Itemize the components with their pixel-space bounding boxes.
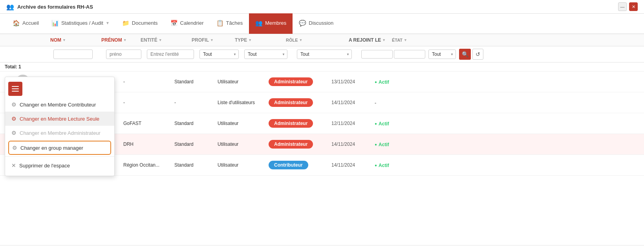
status-badge: Actif [375, 163, 389, 168]
top-bar: 👥 Archive des formulaires RH-AS — ✕ [0, 0, 644, 14]
context-menu-item-supprimer[interactable]: ✕ Supprimer de l'espace [5, 158, 114, 173]
filter-profil-select[interactable]: Tout Standard [199, 50, 239, 59]
col-header-nom[interactable]: NOM ▼ [50, 37, 101, 43]
nav-accueil[interactable]: 🏠 Accueil [6, 13, 45, 34]
context-menu-label: Changer en Membre Administrateur [20, 130, 101, 136]
calendar-icon: 📅 [170, 20, 178, 27]
cell-etat: Actif [375, 141, 414, 147]
sort-profil-icon: ▼ [210, 38, 214, 42]
role-badge: Administrateur [269, 119, 313, 128]
main-content: NOM ▼ PRÉNOM ▼ ENTITÉ ▼ PROFIL ▼ TYPE ▼ … [0, 34, 644, 245]
app-title: Archive des formulaires RH-AS [17, 4, 93, 10]
filter-type-select[interactable]: Tout Utilisateur Liste d'utilisateurs [244, 50, 287, 59]
sort-entite-icon: ▼ [159, 38, 162, 42]
home-icon: 🏠 [13, 20, 20, 27]
context-menu-item-membre-administrateur: ⚙ Changer en Membre Administrateur [5, 126, 114, 140]
sort-type-icon: ▼ [248, 38, 252, 42]
gear-icon: ⚙ [11, 101, 16, 108]
cell-etat: Actif [375, 120, 414, 127]
sort-prenom-icon: ▼ [123, 38, 127, 42]
cell-type: Utilisateur [218, 162, 269, 168]
col-header-profil[interactable]: PROFIL ▼ [192, 37, 235, 43]
cell-role: Administrateur [269, 119, 331, 128]
stats-icon: 📊 [51, 20, 59, 27]
cell-profil: Standard [174, 141, 218, 147]
cell-rejoint: 14/11/2024 [331, 162, 375, 168]
cell-rejoint: 13/11/2024 [331, 79, 375, 84]
col-header-etat[interactable]: ÉTAT ▼ [392, 38, 431, 42]
svg-rect-10 [12, 91, 19, 92]
cell-rejoint: 14/11/2024 [331, 141, 375, 147]
filter-row: Tout Standard Tout Utilisateur Liste d'u… [0, 46, 644, 62]
filter-entite-input[interactable] [147, 50, 194, 59]
gear-icon: ⚙ [11, 130, 16, 136]
col-header-role[interactable]: RÔLE ▼ [286, 38, 349, 42]
context-menu-label: Changer en group manager [20, 145, 83, 151]
hamburger-menu-button[interactable] [8, 82, 22, 96]
close-button[interactable]: ✕ [629, 2, 638, 11]
cell-type: Utilisateur [218, 121, 269, 126]
status-badge: Actif [375, 79, 389, 85]
cell-role: Administrateur [269, 77, 331, 86]
filter-nom-input[interactable] [53, 50, 93, 59]
status-badge: Actif [375, 121, 389, 127]
col-header-type[interactable]: TYPE ▼ [235, 37, 286, 43]
status-badge: Actif [375, 142, 389, 147]
col-header-entite[interactable]: ENTITÉ ▼ [141, 37, 192, 43]
sort-nom-icon: ▼ [62, 38, 66, 42]
context-menu: ⚙ Changer en Membre Contributeur ⚙ Chang… [5, 77, 115, 176]
role-badge: Administrateur [269, 77, 313, 86]
nav-calendrier[interactable]: 📅 Calendrier [164, 13, 210, 34]
minimize-button[interactable]: — [618, 2, 627, 11]
gear-icon: ⚙ [12, 145, 17, 151]
cell-profil: Standard [174, 162, 218, 168]
top-bar-actions: — ✕ [618, 2, 638, 11]
nav-discussion[interactable]: 💬 Discussion [293, 13, 340, 34]
context-menu-label: Changer en Membre Lecture Seule [20, 116, 99, 122]
cell-type: Utilisateur [218, 141, 269, 147]
cell-etat: - [375, 100, 414, 106]
cell-profil: Standard [174, 121, 218, 126]
role-badge: Contributeur [269, 161, 308, 169]
cell-entite: - [123, 79, 174, 84]
search-button[interactable]: 🔍 [459, 49, 471, 60]
total-count: Total: 1 [0, 62, 644, 72]
cell-rejoint: 14/11/2024 [331, 100, 375, 105]
column-headers: NOM ▼ PRÉNOM ▼ ENTITÉ ▼ PROFIL ▼ TYPE ▼ … [0, 34, 644, 46]
cell-entite: Région Occitan... [123, 162, 174, 168]
svg-rect-8 [12, 86, 19, 87]
context-menu-item-membre-lecture-seule[interactable]: ⚙ Changer en Membre Lecture Seule [5, 112, 114, 126]
cell-profil: Standard [174, 79, 218, 84]
cell-type: Liste d'utilisateurs [218, 100, 269, 105]
sort-role-icon: ▼ [299, 38, 303, 42]
x-icon: ✕ [11, 162, 16, 169]
cell-profil: - [174, 100, 218, 105]
cell-etat: Actif [375, 162, 414, 168]
nav-statistiques[interactable]: 📊 Statistiques / Audit ▼ [45, 13, 116, 34]
context-menu-item-membre-contributeur[interactable]: ⚙ Changer en Membre Contributeur [5, 97, 114, 112]
cell-entite: - [123, 100, 174, 105]
role-badge: Administrateur [269, 140, 313, 149]
role-badge: Administrateur [269, 98, 313, 107]
filter-date-from-input[interactable] [361, 50, 393, 59]
filter-prenom-input[interactable] [106, 50, 141, 59]
cell-entite: GoFAST [123, 121, 174, 126]
navigation: 🏠 Accueil 📊 Statistiques / Audit ▼ 📁 Doc… [0, 14, 644, 34]
context-menu-item-group-manager[interactable]: ⚙ Changer en group manager [8, 141, 111, 155]
chevron-down-icon: ▼ [106, 21, 110, 25]
filter-date-to-input[interactable] [394, 50, 425, 59]
col-header-prenom[interactable]: PRÉNOM ▼ [101, 37, 141, 43]
nav-membres[interactable]: 👥 Membres [249, 13, 293, 34]
filter-etat-select[interactable]: Tout Actif [428, 50, 456, 59]
svg-rect-9 [12, 88, 19, 89]
nav-documents[interactable]: 📁 Documents [116, 13, 164, 34]
tasks-icon: 📋 [216, 20, 224, 27]
reset-button[interactable]: ↺ [472, 49, 483, 60]
col-header-rejoint[interactable]: A REJOINT LE ▼ [349, 37, 392, 43]
context-menu-label: Changer en Membre Contributeur [20, 102, 96, 108]
gear-icon: ⚙ [11, 116, 16, 122]
cell-role: Contributeur [269, 161, 331, 169]
nav-taches[interactable]: 📋 Tâches [210, 13, 249, 34]
filter-role-select[interactable]: Tout Administrateur Contributeur [297, 50, 352, 59]
folder-icon: 📁 [122, 20, 130, 27]
